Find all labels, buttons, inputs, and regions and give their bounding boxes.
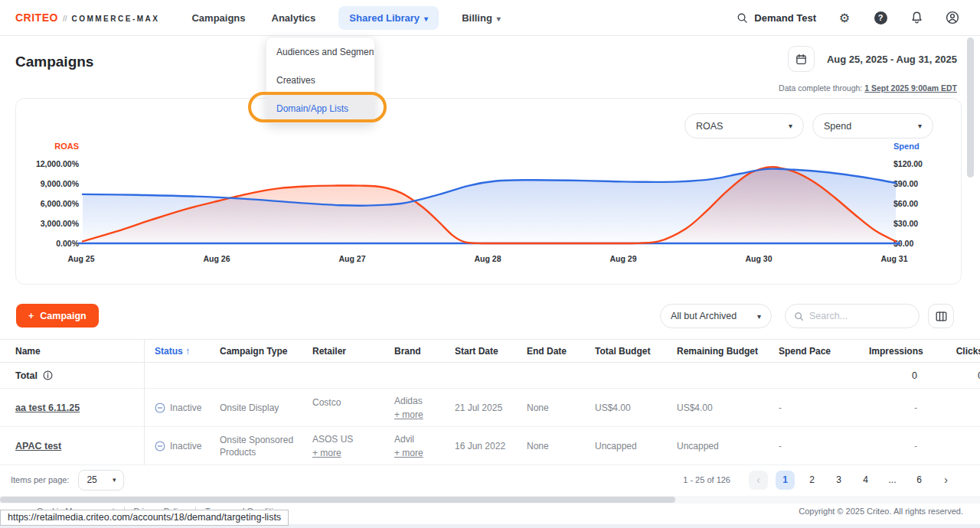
- table-row: aa test 6.11.25 Inactive Onsite Display …: [0, 389, 980, 427]
- sort-ascending-icon: ↑: [185, 346, 190, 357]
- chevron-down-icon: ▾: [497, 15, 501, 23]
- nav-item-billing[interactable]: Billing▾: [459, 6, 504, 30]
- calendar-icon: [795, 54, 807, 65]
- page-button-6[interactable]: 6: [910, 471, 929, 490]
- column-header-impressions[interactable]: Impressions: [858, 346, 923, 357]
- status-filter-select[interactable]: All but Archived ▾: [660, 304, 772, 328]
- retailer-cell: ASOS US + more: [302, 433, 384, 458]
- performance-chart-card: ROAS ▾ Spend ▾ ROAS Spend 12,000.00%9,00…: [15, 98, 962, 285]
- date-picker-button[interactable]: [788, 46, 815, 72]
- nav-item-shared-library[interactable]: Shared Library▾: [338, 6, 439, 30]
- info-icon[interactable]: [43, 370, 53, 380]
- brand-text: Adidas: [394, 395, 444, 407]
- page-button-3[interactable]: 3: [829, 471, 848, 490]
- page-ellipsis: ...: [883, 471, 902, 490]
- column-header-campaign-type[interactable]: Campaign Type: [209, 346, 302, 357]
- total-budget-cell: Uncapped: [584, 441, 666, 451]
- pagination-row: Items per page: 25 ▾ 1 - 25 of 126 ‹ 1 2…: [0, 465, 980, 494]
- nav-right-cluster: Demand Test ⚙ ?: [737, 10, 960, 25]
- pagination-range: 1 - 25 of 126: [683, 475, 730, 484]
- logo-brand: CRITEO: [15, 11, 58, 24]
- search-icon: [794, 311, 804, 321]
- column-header-name[interactable]: Name: [15, 346, 144, 357]
- status-text: Inactive: [170, 441, 201, 451]
- copyright-text: Copyright © 2025 Criteo. All rights rese…: [799, 507, 963, 516]
- vertical-scrollbar-thumb[interactable]: [967, 37, 974, 178]
- user-icon: [946, 11, 959, 24]
- start-date-cell: 16 Jun 2022: [444, 441, 516, 451]
- column-settings-button[interactable]: [928, 304, 954, 328]
- nav-items: Campaigns Analytics Shared Library▾ Bill…: [188, 6, 503, 30]
- campaign-name-link[interactable]: APAC test: [15, 441, 61, 451]
- remaining-budget-cell: US$4.00: [666, 403, 768, 413]
- account-name: Demand Test: [754, 12, 816, 24]
- notifications-button[interactable]: [909, 10, 924, 25]
- retailer-text: Costco: [312, 396, 384, 409]
- menu-item-audiences-and-segments[interactable]: Audiences and Segments: [266, 37, 374, 66]
- column-header-brand[interactable]: Brand: [384, 346, 444, 357]
- column-header-total-budget[interactable]: Total Budget: [584, 346, 666, 357]
- status-text: Inactive: [170, 403, 201, 413]
- x-axis-label: Aug 31: [867, 254, 921, 263]
- column-header-spend-pace[interactable]: Spend Pace: [768, 346, 858, 357]
- spend-pace-cell: -: [768, 441, 858, 451]
- retailer-more-link[interactable]: + more: [312, 448, 341, 458]
- column-header-status[interactable]: Status ↑: [144, 346, 209, 357]
- nav-item-campaigns[interactable]: Campaigns: [188, 6, 248, 30]
- criteo-logo[interactable]: CRITEO // COMMERCE-MAX: [15, 11, 159, 24]
- data-complete-link[interactable]: 1 Sept 2025 9:00am EDT: [864, 83, 957, 93]
- column-header-label: Status: [155, 346, 183, 357]
- axis-tick-label: 12,000.00%: [24, 159, 79, 168]
- menu-item-domain-app-lists[interactable]: Domain/App Lists: [266, 94, 374, 122]
- chevron-down-icon: ▾: [757, 312, 761, 321]
- settings-button[interactable]: ⚙: [837, 10, 852, 25]
- left-metric-select[interactable]: ROAS ▾: [684, 113, 804, 139]
- items-per-page-label: Items per page:: [11, 475, 69, 484]
- right-metric-select[interactable]: Spend ▾: [812, 113, 933, 139]
- menu-item-creatives[interactable]: Creatives: [266, 66, 374, 94]
- right-axis-title: Spend: [893, 142, 920, 151]
- column-header-start-date[interactable]: Start Date: [444, 346, 516, 357]
- next-page-button[interactable]: ›: [936, 471, 956, 490]
- items-per-page-select[interactable]: 25 ▾: [78, 470, 124, 491]
- page-button-4[interactable]: 4: [856, 471, 875, 490]
- page-button-1[interactable]: 1: [776, 471, 795, 490]
- column-header-end-date[interactable]: End Date: [516, 346, 584, 357]
- account-button[interactable]: [945, 10, 960, 25]
- campaign-type-cell: Onsite Sponsored Products: [209, 434, 302, 458]
- inactive-status-icon: [155, 403, 165, 413]
- add-campaign-button[interactable]: + Campaign: [16, 304, 99, 328]
- search-input[interactable]: [809, 311, 901, 321]
- date-range-value[interactable]: Aug 25, 2025 - Aug 31, 2025: [827, 54, 957, 65]
- table-row: APAC test Inactive Onsite Sponsored Prod…: [0, 427, 980, 465]
- impressions-cell: -: [858, 441, 923, 451]
- horizontal-scrollbar-thumb[interactable]: [0, 497, 675, 503]
- help-button[interactable]: ?: [873, 10, 888, 25]
- axis-tick-label: 0.00%: [24, 239, 79, 248]
- x-axis-label: Aug 29: [596, 254, 650, 263]
- column-header-retailer[interactable]: Retailer: [302, 346, 384, 357]
- campaign-name-link[interactable]: aa test 6.11.25: [15, 403, 80, 413]
- nav-item-label: Shared Library: [349, 12, 420, 24]
- left-metric-value: ROAS: [696, 121, 723, 132]
- column-header-remaining-budget[interactable]: Remaining Budget: [666, 346, 768, 357]
- nav-item-analytics[interactable]: Analytics: [269, 6, 319, 30]
- axis-tick-label: 9,000.00%: [24, 179, 79, 188]
- pager: 1 - 25 of 126 ‹ 1 2 3 4 ... 6 ›: [683, 471, 956, 490]
- clicks-cell: -: [923, 441, 980, 451]
- account-search[interactable]: Demand Test: [737, 12, 816, 24]
- column-header-clicks[interactable]: Clicks: [923, 346, 980, 357]
- brand-more-link[interactable]: + more: [394, 409, 423, 420]
- gear-icon: ⚙: [839, 11, 850, 25]
- table-search: [785, 304, 920, 328]
- chevron-down-icon: ▾: [113, 476, 116, 484]
- chevron-down-icon: ▾: [789, 122, 792, 130]
- horizontal-scrollbar-track[interactable]: [0, 496, 980, 504]
- table-total-row: Total 0 0: [0, 363, 980, 389]
- page-button-2[interactable]: 2: [802, 471, 822, 490]
- previous-page-button[interactable]: ‹: [749, 471, 768, 490]
- retailer-text: ASOS US: [312, 433, 384, 445]
- remaining-budget-cell: Uncapped: [666, 441, 768, 451]
- total-clicks: 0: [923, 370, 980, 381]
- brand-more-link[interactable]: + more: [394, 448, 423, 458]
